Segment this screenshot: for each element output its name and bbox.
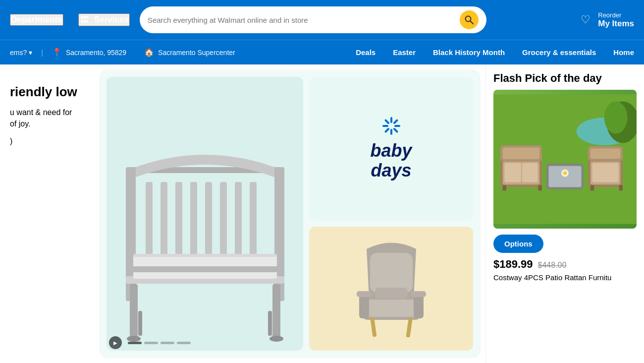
nav-link-grocery[interactable]: Grocery & essentials bbox=[522, 48, 596, 57]
my-items-dropdown[interactable]: ems? ▾ bbox=[10, 49, 32, 57]
svg-rect-66 bbox=[590, 149, 621, 159]
reorder-section[interactable]: Reorder My Items bbox=[598, 11, 634, 29]
svg-rect-57 bbox=[503, 185, 506, 190]
chair-svg bbox=[339, 234, 443, 343]
svg-point-2 bbox=[86, 16, 88, 19]
svg-line-35 bbox=[394, 121, 397, 123]
store-icon: 🏠 bbox=[144, 48, 154, 57]
svg-rect-68 bbox=[592, 163, 619, 182]
play-icon: ▶ bbox=[113, 340, 117, 346]
location-text: Sacramento, 95829 bbox=[66, 49, 126, 57]
subnav: ems? ▾ | 📍 Sacramento, 95829 🏠 Sacrament… bbox=[0, 40, 644, 64]
options-button[interactable]: Options bbox=[493, 235, 543, 253]
flash-pick-sidebar: Flash Pick of the day bbox=[485, 64, 644, 363]
search-input[interactable] bbox=[148, 16, 460, 24]
svg-line-36 bbox=[385, 129, 388, 132]
chevron-down-icon: ▾ bbox=[29, 49, 32, 57]
hero-subtitle-line2: of joy. bbox=[10, 120, 31, 128]
svg-rect-22 bbox=[126, 266, 284, 272]
baby-days-text: babydays bbox=[371, 141, 412, 180]
my-items-label: My Items bbox=[598, 19, 634, 29]
outdoor-furniture-visual bbox=[493, 90, 637, 229]
svg-rect-55 bbox=[504, 163, 521, 182]
svg-point-1 bbox=[83, 16, 86, 19]
slide-dot-1[interactable] bbox=[128, 342, 142, 344]
hero-subtitle-line1: u want & need for bbox=[10, 108, 72, 117]
svg-point-63 bbox=[563, 171, 567, 175]
play-button[interactable]: ▶ bbox=[109, 336, 122, 349]
hero-subtitle: u want & need for of joy. bbox=[10, 107, 87, 129]
svg-rect-41 bbox=[359, 294, 369, 318]
hero-title: riendly low bbox=[10, 84, 87, 100]
slideshow-controls: ▶ bbox=[109, 336, 191, 349]
hero-right-col: babydays bbox=[309, 77, 473, 351]
dots-bar bbox=[128, 342, 191, 344]
svg-point-50 bbox=[604, 101, 628, 133]
svg-point-0 bbox=[81, 16, 83, 19]
nav-link-easter[interactable]: Easter bbox=[393, 48, 416, 57]
svg-rect-24 bbox=[138, 311, 142, 336]
svg-point-4 bbox=[83, 20, 86, 23]
crib-svg bbox=[111, 137, 299, 346]
svg-point-28 bbox=[269, 336, 283, 342]
svg-rect-39 bbox=[370, 253, 413, 293]
baby-days-card: babydays bbox=[309, 77, 473, 221]
svg-rect-53 bbox=[503, 148, 540, 159]
flash-price-current: $189.99 bbox=[493, 258, 533, 271]
nav-link-black-history-month[interactable]: Black History Month bbox=[433, 48, 505, 57]
slide-dot-4[interactable] bbox=[177, 342, 191, 344]
svg-rect-21 bbox=[133, 254, 277, 257]
svg-rect-38 bbox=[364, 300, 419, 317]
svg-rect-46 bbox=[406, 317, 412, 338]
subnav-divider: | bbox=[41, 49, 43, 57]
services-icon bbox=[79, 14, 90, 25]
svg-rect-69 bbox=[590, 185, 594, 190]
slide-dot-3[interactable] bbox=[161, 342, 174, 344]
walmart-spark-icon bbox=[382, 117, 400, 138]
svg-rect-40 bbox=[375, 288, 408, 299]
subnav-nav: Deals Easter Black History Month Grocery… bbox=[356, 48, 634, 57]
crib-section bbox=[107, 77, 303, 351]
crib-image bbox=[107, 132, 303, 351]
departments-button[interactable]: Departments bbox=[10, 14, 63, 26]
reorder-label: Reorder bbox=[598, 11, 634, 19]
hero-left: riendly low u want & need for of joy. ) bbox=[0, 64, 94, 363]
svg-rect-58 bbox=[538, 185, 541, 190]
location-pin-icon: 📍 bbox=[52, 48, 62, 57]
svg-line-7 bbox=[470, 21, 473, 24]
svg-rect-42 bbox=[357, 291, 372, 297]
svg-rect-56 bbox=[522, 163, 538, 182]
flash-pick-image bbox=[493, 90, 637, 229]
flash-price: $189.99 $448.00 bbox=[493, 258, 637, 271]
services-button[interactable]: Services bbox=[78, 13, 130, 26]
hero-bullet: ) bbox=[10, 137, 87, 146]
svg-rect-44 bbox=[411, 291, 426, 297]
subnav-left: ems? ▾ | 📍 Sacramento, 95829 🏠 Sacrament… bbox=[10, 48, 235, 57]
nav-link-deals[interactable]: Deals bbox=[356, 48, 376, 57]
services-label: Services bbox=[94, 15, 129, 25]
search-bar bbox=[140, 6, 486, 33]
header: Departments Services bbox=[0, 0, 644, 40]
header-right: ♡ Reorder My Items bbox=[581, 11, 634, 29]
hero-banner: babydays bbox=[99, 69, 481, 358]
svg-rect-25 bbox=[272, 284, 280, 338]
svg-rect-26 bbox=[268, 311, 272, 336]
wishlist-icon[interactable]: ♡ bbox=[581, 13, 590, 26]
svg-rect-23 bbox=[130, 284, 138, 338]
svg-point-5 bbox=[86, 20, 88, 23]
svg-rect-43 bbox=[414, 294, 424, 318]
slide-dot-2[interactable] bbox=[144, 342, 158, 344]
main-content: riendly low u want & need for of joy. ) bbox=[0, 64, 644, 363]
store-text: Sacramento Supercenter bbox=[158, 49, 235, 57]
flash-price-original: $448.00 bbox=[538, 261, 567, 270]
svg-rect-70 bbox=[619, 185, 623, 190]
svg-line-33 bbox=[385, 121, 388, 123]
header-left: Departments Services bbox=[10, 13, 130, 26]
chair-card bbox=[309, 227, 473, 351]
nav-link-home[interactable]: Home bbox=[613, 48, 634, 57]
dropdown-label: ems? bbox=[10, 49, 27, 57]
flash-product-name: Costway 4PCS Patio Rattan Furnitu bbox=[493, 273, 637, 282]
svg-point-3 bbox=[81, 20, 83, 23]
svg-line-34 bbox=[394, 129, 397, 132]
search-button[interactable] bbox=[460, 10, 479, 29]
